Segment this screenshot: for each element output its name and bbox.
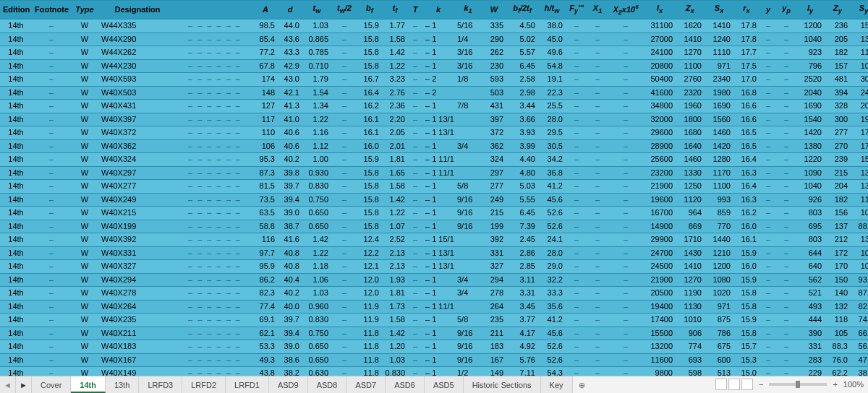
cell[interactable]: 177 [851,126,868,140]
cell[interactable]: 362 [482,139,506,153]
cell[interactable]: – [408,287,422,301]
cell[interactable]: 11.8 [357,353,382,367]
cell[interactable]: 16.3 [733,193,760,207]
cell[interactable]: 25.5 [538,100,566,113]
col-bf[interactable]: bf [357,1,382,20]
cell[interactable]: 38.2 [278,367,302,376]
cell[interactable]: – [777,59,796,73]
cell[interactable]: W [71,260,98,274]
cell[interactable]: – [331,46,357,60]
cell[interactable]: 593 [482,73,506,87]
cell[interactable]: 14th [0,113,32,126]
cell[interactable]: 1.22 [382,59,408,73]
cell[interactable]: 1460 [705,126,733,140]
cell[interactable]: – [587,207,608,220]
cell[interactable]: – [608,46,644,60]
cell[interactable]: – [331,86,357,100]
cell[interactable]: – [587,180,608,194]
cell[interactable]: 117 [851,46,868,60]
cell[interactable]: 270 [825,139,851,153]
cell[interactable]: – [760,353,777,367]
col-k1[interactable]: k1 [454,1,482,20]
cell[interactable]: – [777,287,796,301]
cell[interactable]: 14th [0,260,32,274]
cell[interactable]: 324 [482,153,506,167]
cell[interactable]: 15.9 [733,246,760,260]
cell[interactable]: 513 [705,367,733,376]
cell[interactable] [454,300,482,314]
cell[interactable]: 971 [705,300,733,314]
cell[interactable]: – – – – – – [176,246,253,260]
cell[interactable]: – [566,246,587,260]
cell[interactable]: W [71,273,98,287]
cell[interactable]: 390 [796,327,825,340]
cell[interactable]: 1.42 [382,46,408,60]
cell[interactable]: 16.5 [733,139,760,153]
cell[interactable]: 13200 [644,340,676,354]
cell[interactable] [454,233,482,247]
cell[interactable]: – 1 [422,20,454,33]
cell[interactable]: W44X262 [98,46,176,60]
cell[interactable]: – [566,367,587,376]
cell[interactable]: 7.39 [506,220,538,233]
cell[interactable]: – [760,367,777,376]
cell[interactable]: 148 [253,86,278,100]
table-row[interactable]: 14th–WW40X278– – – – – –82.340.21.03–12.… [0,287,868,301]
cell[interactable]: 2.52 [382,233,408,247]
cell[interactable]: 15.7 [733,340,760,354]
table-row[interactable]: 14th–WW40X149– – – – – –43.838.20.630–11… [0,367,868,376]
cell[interactable]: 174 [253,73,278,87]
cell[interactable]: 1110 [705,46,733,60]
col-k[interactable]: k [422,1,454,20]
cell[interactable]: – [566,193,587,207]
cell[interactable]: 14th [0,246,32,260]
cell[interactable]: – [408,300,422,314]
cell[interactable]: 62.1 [253,327,278,340]
cell[interactable]: 16.2 [733,207,760,220]
col-W[interactable]: W [482,1,506,20]
cell[interactable]: W40X431 [98,100,176,113]
cell[interactable]: 58.8 [253,220,278,233]
cell[interactable]: 43.6 [278,33,302,46]
cell[interactable]: 0.750 [302,327,331,340]
cell[interactable]: – [32,46,71,60]
cell[interactable]: – [408,220,422,233]
cell[interactable]: 14th [0,166,32,180]
cell[interactable]: 1010 [676,314,705,327]
col-designation[interactable]: Designation [98,1,176,20]
cell[interactable]: 199 [482,220,506,233]
cell[interactable]: 127 [253,100,278,113]
cell[interactable]: 2040 [796,86,825,100]
cell[interactable]: 191 [851,113,868,126]
cell[interactable]: 132 [851,180,868,194]
cell[interactable]: 302 [851,73,868,87]
cell[interactable]: – [566,46,587,60]
col-Zx[interactable]: Zx [676,1,705,20]
cell[interactable]: 32000 [644,113,676,126]
cell[interactable]: 331 [482,246,506,260]
cell[interactable]: 0.830 [382,367,408,376]
table-row[interactable]: 14th–WW40X397– – – – – –11741.01.22–16.1… [0,113,868,126]
cell[interactable]: W [71,340,98,354]
cell[interactable]: W40X593 [98,73,176,87]
cell[interactable]: 62.2 [825,367,851,376]
cell[interactable]: 394 [825,86,851,100]
cell[interactable]: W [71,73,98,87]
cell[interactable]: – [566,287,587,301]
cell[interactable]: W [71,287,98,301]
cell[interactable]: – [408,46,422,60]
cell[interactable]: – [566,153,587,167]
cell[interactable]: 16.2 [357,100,382,113]
col-type[interactable]: Type [71,1,98,20]
cell[interactable]: – [408,73,422,87]
cell[interactable]: – [566,139,587,153]
col-tf[interactable]: tf [382,1,408,20]
cell[interactable]: – – – – – – [176,33,253,46]
cell[interactable]: – [408,20,422,33]
cell[interactable]: – 1 11/16 [422,300,454,314]
cell[interactable]: 278 [482,287,506,301]
cell[interactable]: 2.01 [382,139,408,153]
cell[interactable]: – [777,193,796,207]
cell[interactable]: – [608,180,644,194]
col-Sy[interactable]: Sy [851,1,868,20]
